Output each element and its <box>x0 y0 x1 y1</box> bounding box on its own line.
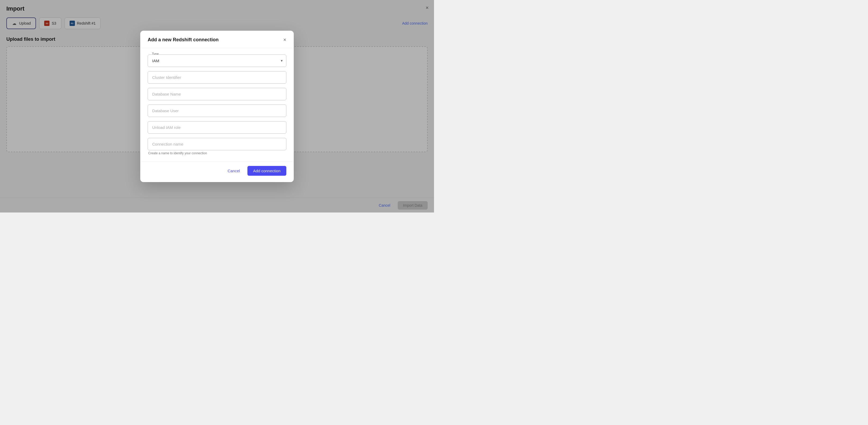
database-name-input[interactable] <box>148 88 286 100</box>
database-user-field <box>148 104 286 117</box>
connection-name-hint: Create a name to identify your connectio… <box>148 151 286 155</box>
database-name-field <box>148 88 286 100</box>
modal-footer: Cancel Add connection <box>140 161 294 182</box>
cluster-identifier-field <box>148 71 286 84</box>
unload-iam-role-field <box>148 121 286 134</box>
connection-name-input[interactable] <box>148 138 286 150</box>
connection-name-field: Create a name to identify your connectio… <box>148 138 286 155</box>
type-select-wrapper: IAM Password SSO <box>148 55 286 67</box>
type-field: Type IAM Password SSO <box>148 55 286 67</box>
modal-body: Type IAM Password SSO <box>140 48 294 161</box>
cluster-identifier-input[interactable] <box>148 71 286 84</box>
database-user-input[interactable] <box>148 104 286 117</box>
modal-title: Add a new Redshift connection <box>148 37 219 42</box>
modal-close-button[interactable]: × <box>283 37 286 42</box>
unload-iam-role-input[interactable] <box>148 121 286 134</box>
modal: Add a new Redshift connection × Type IAM… <box>140 31 294 182</box>
modal-cancel-button[interactable]: Cancel <box>223 166 244 175</box>
type-select[interactable]: IAM Password SSO <box>148 55 286 67</box>
modal-overlay: Add a new Redshift connection × Type IAM… <box>0 0 434 212</box>
modal-add-button[interactable]: Add connection <box>247 166 286 176</box>
modal-header: Add a new Redshift connection × <box>140 31 294 48</box>
